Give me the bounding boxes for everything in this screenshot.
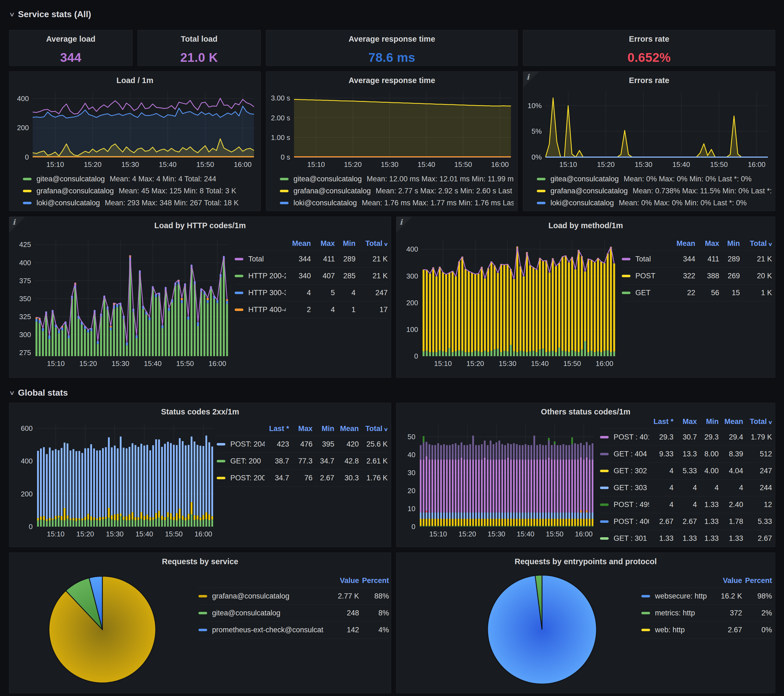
legend-table-row[interactable]: POST : 40129.330.729.329.41.79 K bbox=[600, 429, 772, 446]
column-header-max[interactable]: Max bbox=[289, 424, 313, 433]
methods-chart[interactable]: 15:1015:2015:3015:4015:5016:000100200300… bbox=[400, 234, 618, 369]
column-header-min[interactable]: Min bbox=[697, 417, 719, 426]
metric-value: 289 bbox=[335, 255, 356, 263]
column-header-value[interactable]: Value bbox=[324, 576, 359, 585]
legend-table-row[interactable]: grafana@consulcatalog2.77 K88% bbox=[198, 588, 389, 605]
info-icon: i bbox=[527, 73, 529, 81]
svg-text:15:20: 15:20 bbox=[344, 160, 362, 168]
column-header-max[interactable]: Max bbox=[695, 239, 719, 248]
errors-rate-chart[interactable]: 15:1015:2015:3015:4015:5016:000%5%10% bbox=[525, 87, 772, 169]
legend-table-row[interactable]: HTTP 200-29934040728521 K bbox=[235, 268, 388, 285]
legend-table-row[interactable]: GET : 4049.3313.38.008.39512 bbox=[600, 446, 772, 463]
legend-table-header: Last *MaxMinMeanTotal∨ bbox=[600, 414, 772, 429]
series-label: Total bbox=[247, 255, 286, 263]
column-header-min[interactable]: Min bbox=[719, 239, 740, 248]
column-header-value[interactable]: Value bbox=[707, 576, 742, 585]
requests-by-service-pie[interactable] bbox=[44, 572, 162, 689]
metric-value: 21 K bbox=[356, 255, 388, 263]
svg-text:15:50: 15:50 bbox=[455, 160, 472, 168]
column-header-percent[interactable]: Percent bbox=[359, 576, 389, 585]
panel-title: Load / 1m bbox=[9, 72, 260, 85]
svg-text:200: 200 bbox=[407, 299, 418, 307]
panel-info-corner[interactable] bbox=[9, 217, 25, 233]
legend-item[interactable]: gitea@consulcatalogMean: 12.00 ms Max: 1… bbox=[280, 173, 514, 185]
legend-table-row[interactable]: Total34441128921 K bbox=[235, 251, 388, 268]
column-header-total[interactable]: Total∨ bbox=[743, 417, 772, 426]
svg-text:325: 325 bbox=[19, 313, 31, 321]
legend-table-row[interactable]: gitea@consulcatalog2488% bbox=[198, 605, 389, 622]
metric-value: 248 bbox=[324, 609, 359, 617]
metric-value: 322 bbox=[670, 272, 695, 280]
legend-table-row[interactable]: HTTP 400-49924117 bbox=[235, 302, 388, 318]
legend-table-row[interactable]: POST : 4002.672.671.331.785.33 bbox=[600, 513, 772, 530]
metric-value: 1.33 bbox=[697, 534, 719, 543]
http-codes-chart[interactable]: 15:1015:2015:3015:4015:5016:002753003253… bbox=[13, 234, 231, 369]
svg-text:15:10: 15:10 bbox=[307, 160, 325, 168]
column-header-total[interactable]: Total∨ bbox=[359, 424, 388, 433]
metric-value: 411 bbox=[311, 255, 335, 263]
metric-value: 88% bbox=[359, 592, 389, 600]
column-header-min[interactable]: Min bbox=[335, 239, 356, 248]
legend-table-row[interactable]: Total34441128921 K bbox=[622, 251, 772, 268]
legend-table-row[interactable]: HTTP 300-399454247 bbox=[235, 285, 388, 302]
sort-descending-icon: ∨ bbox=[768, 241, 772, 247]
series-color-swatch bbox=[537, 178, 545, 180]
metric-value: 344 bbox=[286, 255, 311, 263]
column-header-mean[interactable]: Mean bbox=[286, 239, 311, 248]
legend-item[interactable]: loki@consulcatalogMean: 0% Max: 0% Min: … bbox=[537, 197, 771, 209]
series-color-swatch bbox=[622, 275, 631, 277]
stat-panel-total-load: Total load 21.0 K bbox=[137, 30, 261, 66]
metric-value: 289 bbox=[719, 255, 740, 263]
column-header-min[interactable]: Min bbox=[313, 424, 334, 433]
legend-table-row[interactable]: POST: 20034.7762.6730.31.76 K bbox=[217, 470, 388, 487]
panel-info-corner[interactable] bbox=[523, 72, 539, 87]
metric-value: 34.7 bbox=[265, 474, 289, 482]
legend-table-row[interactable]: GET2256151 K bbox=[622, 285, 772, 302]
svg-text:200: 200 bbox=[21, 490, 33, 498]
legend-table-row[interactable]: metrics: http3722% bbox=[641, 605, 772, 622]
panel-title: Requests by service bbox=[9, 553, 391, 566]
legend-item[interactable]: loki@consulcatalogMean: 1.76 ms Max: 1.7… bbox=[280, 197, 514, 209]
legend-item[interactable]: gitea@consulcatalogMean: 4 Max: 4 Min: 4… bbox=[23, 173, 257, 185]
legend-table-row[interactable]: GET: 20038.777.334.742.82.61 K bbox=[217, 453, 388, 470]
legend-table-row[interactable]: prometheus-ext-check@consulcatalog1424% bbox=[198, 622, 389, 638]
requests-by-entrypoints-pie[interactable] bbox=[483, 572, 603, 689]
section-service-stats[interactable]: ∨ Service stats (All) bbox=[10, 9, 91, 19]
series-color-swatch bbox=[600, 520, 609, 523]
legend-table-row[interactable]: POST : 499441.332.4012 bbox=[600, 496, 772, 513]
legend-item[interactable]: grafana@consulcatalogMean: 2.77 s Max: 2… bbox=[280, 185, 514, 197]
legend-table-row[interactable]: GET : 3034444244 bbox=[600, 480, 772, 496]
others-status-codes-chart[interactable]: 15:1015:2015:3015:4015:5016:000102030405… bbox=[400, 419, 596, 539]
legend-table-row[interactable]: POST32238826920 K bbox=[622, 268, 772, 285]
panel-info-corner[interactable] bbox=[396, 217, 412, 233]
legend-item[interactable]: grafana@consulcatalogMean: 0.738% Max: 1… bbox=[537, 185, 771, 197]
svg-text:15:20: 15:20 bbox=[76, 530, 94, 538]
svg-text:16:00: 16:00 bbox=[575, 530, 593, 538]
legend-table-row[interactable]: GET : 3011.331.331.331.332.67 bbox=[600, 530, 772, 547]
column-header-total[interactable]: Total∨ bbox=[740, 239, 772, 248]
status-codes-2xx-chart[interactable]: 15:1015:2015:3015:4015:5016:000200400600 bbox=[13, 419, 216, 539]
legend-item[interactable]: gitea@consulcatalogMean: 0% Max: 0% Min:… bbox=[537, 173, 771, 185]
column-header-total[interactable]: Total∨ bbox=[356, 239, 388, 248]
legend-item[interactable]: loki@consulcatalogMean: 293 Max: 348 Min… bbox=[23, 197, 257, 209]
legend-table-row[interactable]: web: http2.670% bbox=[641, 622, 772, 638]
column-header-last-[interactable]: Last * bbox=[265, 424, 289, 433]
column-header-last-[interactable]: Last * bbox=[649, 417, 674, 426]
column-header-mean[interactable]: Mean bbox=[719, 417, 743, 426]
column-header-mean[interactable]: Mean bbox=[334, 424, 359, 433]
column-header-max[interactable]: Max bbox=[674, 417, 697, 426]
legend-table-row[interactable]: GET : 30245.334.004.04247 bbox=[600, 463, 772, 480]
section-global-stats[interactable]: ∨ Global stats bbox=[10, 388, 68, 398]
metric-value: 4 bbox=[335, 289, 356, 297]
column-header-percent[interactable]: Percent bbox=[742, 576, 772, 585]
response-time-chart[interactable]: 15:1015:2015:3015:4015:5016:000 s1.00 s2… bbox=[268, 87, 515, 169]
svg-text:15:10: 15:10 bbox=[47, 530, 64, 538]
load-1m-chart[interactable]: 15:1015:2015:3015:4015:5016:000200400 bbox=[12, 87, 258, 169]
series-stats: Mean: 4 Max: 4 Min: 4 Total: 244 bbox=[110, 175, 216, 183]
column-header-mean[interactable]: Mean bbox=[670, 239, 695, 248]
legend-item[interactable]: grafana@consulcatalogMean: 45 Max: 125 M… bbox=[23, 185, 257, 197]
legend-table-row[interactable]: websecure: http16.2 K98% bbox=[641, 588, 772, 605]
legend-table-row[interactable]: POST: 20442347639542025.6 K bbox=[217, 436, 388, 453]
column-header-max[interactable]: Max bbox=[311, 239, 335, 248]
series-color-swatch bbox=[622, 292, 631, 294]
